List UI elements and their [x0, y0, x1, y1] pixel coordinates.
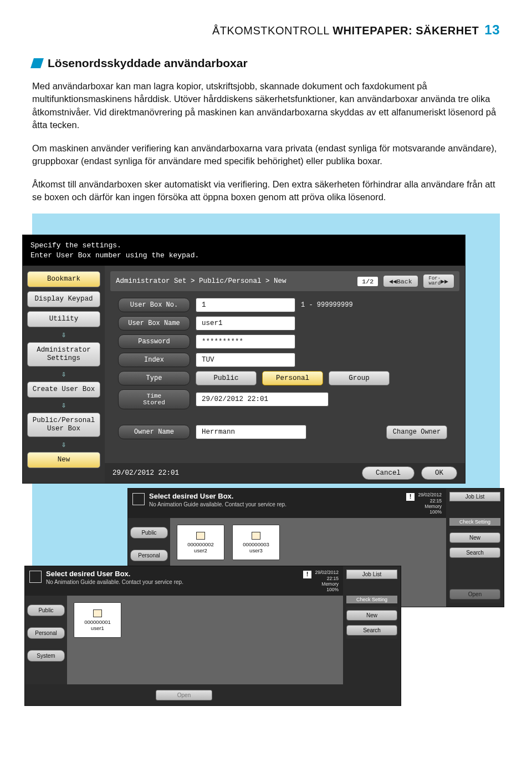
type-public-button[interactable]: Public [196, 371, 257, 385]
left-nav: Bookmark Display Keypad Utility ⇩ Admini… [23, 266, 105, 483]
cancel-button[interactable]: Cancel [362, 466, 415, 480]
instruction-line2: Enter User Box number using the keypad. [30, 251, 457, 261]
header-title: WHITEPAPER: SÄKERHET [332, 24, 479, 37]
type-label: Type [118, 371, 190, 385]
userboxname-field[interactable]: user1 [196, 316, 295, 331]
userbox-canvas: 000000001 user1 [67, 596, 343, 684]
tab-public[interactable]: Public [27, 604, 65, 616]
folder-icon [196, 532, 205, 540]
page-number: 13 [484, 22, 500, 37]
check-setting-button[interactable]: Check Setting [346, 596, 397, 603]
userbox-card[interactable]: 000000002 user2 [177, 525, 224, 560]
footer-timestamp: 29/02/2012 22:01 [112, 469, 179, 477]
check-setting-button[interactable]: Check Setting [449, 518, 500, 526]
paragraph-2: Om maskinen använder verifiering kan anv… [32, 142, 500, 168]
owner-name-field[interactable]: Herrmann [196, 425, 306, 439]
userbox-select-title: Select desired User Box. [149, 492, 403, 500]
userbox-select-subtitle: No Animation Guide available. Contact yo… [149, 501, 403, 507]
open-button[interactable]: Open [449, 589, 500, 600]
nav-arrow-icon: ⇩ [27, 400, 100, 410]
nav-public-personal[interactable]: Public/Personal User Box [27, 413, 100, 437]
userboxname-label: User Box Name [118, 316, 190, 331]
box-icon [132, 493, 145, 505]
breadcrumb-text: Administrator Set > Public/Personal > Ne… [116, 277, 352, 285]
time-stored-field: 29/02/2012 22:01 [196, 392, 329, 407]
paragraph-1: Med användarboxar kan man lagra kopior, … [32, 80, 500, 132]
alert-icon: ! [303, 571, 312, 578]
nav-utility[interactable]: Utility [27, 311, 100, 327]
time-stored-label: Time Stored [118, 389, 190, 409]
new-button[interactable]: New [346, 610, 397, 621]
box-icon [29, 571, 42, 583]
tab-public[interactable]: Public [130, 527, 168, 539]
index-label: Index [118, 353, 190, 367]
status-block: 29/02/2012 22:15 Memory 100% [315, 570, 339, 592]
userbox-card[interactable]: 000000003 user3 [232, 525, 280, 560]
section-heading: Lösenordsskyddade användarboxar [32, 57, 500, 70]
userboxno-field[interactable]: 1 [196, 298, 295, 312]
userbox-card[interactable]: 000000001 user1 [74, 602, 121, 638]
section-title: Lösenordsskyddade användarboxar [48, 57, 248, 70]
tab-system[interactable]: System [27, 650, 65, 662]
paragraph-3: Åtkomst till användarboxen sker automati… [32, 178, 500, 204]
owner-name-label: Owner Name [118, 425, 190, 439]
footer-bar: 29/02/2012 22:01 Cancel OK [105, 463, 465, 483]
index-field[interactable]: TUV [196, 353, 295, 367]
page-indicator: 1/2 [357, 277, 378, 286]
type-personal-button[interactable]: Personal [262, 371, 323, 385]
job-list-button[interactable]: Job List [346, 570, 397, 579]
nav-new[interactable]: New [27, 452, 100, 468]
userbox-select-subtitle: No Animation Guide available. Contact yo… [46, 579, 300, 585]
back-button[interactable]: ◀◀ Back [383, 276, 417, 287]
type-group-button[interactable]: Group [329, 371, 390, 385]
userboxno-label: User Box No. [118, 298, 190, 312]
page-header: ÅTKOMSTKONTROLL WHITEPAPER: SÄKERHET13 [32, 22, 500, 38]
select-userbox-personal-screenshot: Select desired User Box. No Animation Gu… [24, 566, 401, 706]
status-block: 29/02/2012 22:15 Memory 100% [418, 492, 442, 515]
search-button[interactable]: Search [449, 547, 500, 558]
instruction-line1: Specify the settings. [30, 241, 457, 251]
breadcrumb-bar: Administrator Set > Public/Personal > Ne… [110, 271, 459, 291]
userbox-select-title: Select desired User Box. [46, 570, 300, 578]
alert-icon: ! [406, 493, 415, 501]
nav-arrow-icon: ⇩ [27, 369, 100, 379]
userboxno-hint: 1 - 999999999 [301, 301, 353, 309]
ok-button[interactable]: OK [421, 466, 457, 480]
nav-admin-settings[interactable]: Administrator Settings [27, 342, 100, 367]
folder-icon [252, 532, 260, 540]
password-label: Password [118, 334, 190, 349]
nav-arrow-icon: ⇩ [27, 330, 100, 339]
password-field[interactable]: ********** [196, 334, 295, 349]
nav-bookmark[interactable]: Bookmark [27, 271, 100, 287]
admin-create-userbox-screenshot: Specify the settings. Enter User Box num… [22, 235, 466, 484]
instruction-bar: Specify the settings. Enter User Box num… [23, 235, 465, 266]
tab-personal[interactable]: Personal [27, 627, 65, 639]
new-button[interactable]: New [449, 532, 500, 543]
nav-arrow-icon: ⇩ [27, 440, 100, 449]
forward-button[interactable]: For- ward ▶▶ [423, 275, 454, 288]
header-category: ÅTKOMSTKONTROLL [212, 24, 332, 37]
change-owner-button[interactable]: Change Owner [386, 425, 447, 440]
parallelogram-icon [30, 58, 44, 68]
job-list-button[interactable]: Job List [449, 492, 500, 501]
search-button[interactable]: Search [346, 625, 397, 636]
nav-create-user-box[interactable]: Create User Box [27, 382, 100, 398]
folder-icon [93, 609, 102, 617]
open-button-bottom[interactable]: Open [156, 690, 212, 700]
nav-display-keypad[interactable]: Display Keypad [27, 291, 100, 307]
tab-personal[interactable]: Personal [130, 550, 168, 561]
